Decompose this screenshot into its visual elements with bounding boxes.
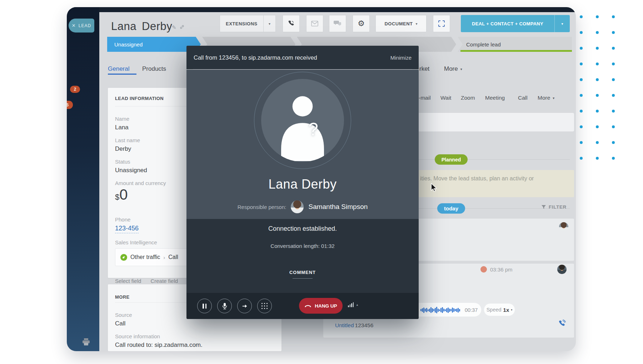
source-info-label: Source information	[115, 333, 274, 339]
microphone-icon	[222, 303, 228, 310]
decor-dot-pattern	[580, 15, 619, 165]
filter-button[interactable]: FILTER	[541, 204, 567, 210]
avatar	[557, 265, 567, 274]
mute-button[interactable]	[217, 299, 232, 313]
document-button[interactable]: DOCUMENT ▾	[375, 15, 427, 32]
keypad-icon	[261, 303, 268, 309]
chevron-down-icon: ▾	[553, 96, 554, 100]
signal-quality-indicator[interactable]: ▲	[348, 302, 359, 307]
responsible-label: Responsible person:	[238, 204, 286, 210]
copy-link-icon[interactable]	[179, 24, 185, 31]
unknown-caller-mark: ?	[308, 119, 318, 140]
responsible-avatar	[291, 200, 304, 213]
chat-button[interactable]	[329, 15, 346, 32]
dialpad-button[interactable]	[257, 299, 272, 313]
comment-label: COMMENT	[289, 270, 316, 275]
extensions-label: EXTENSIONS	[226, 21, 258, 26]
avatar-ring: ?	[254, 72, 351, 169]
document-label: DOCUMENT	[384, 21, 413, 26]
connection-status: Connection established.	[186, 219, 419, 233]
title-icons: ✎	[172, 24, 185, 31]
call-modal-title: Call from 123456, to sip.zadarma.com rec…	[194, 54, 317, 61]
transfer-button[interactable]	[237, 299, 252, 313]
entry-timestamp: 03:36 pm	[490, 266, 513, 273]
notification-badge: 6	[67, 101, 73, 109]
tab-fragment[interactable]: rket	[419, 65, 429, 73]
today-badge[interactable]: today	[437, 203, 465, 214]
lead-slider-tab[interactable]: ✕ LEAD	[69, 19, 94, 33]
tab-email-fragment[interactable]: -mail	[419, 95, 431, 101]
extensions-caret[interactable]: ▾	[263, 15, 275, 32]
call-controls: HANG UP ▲	[186, 293, 419, 319]
untitled-number: 123456	[355, 322, 374, 328]
source-value[interactable]: Call	[115, 320, 274, 327]
page: { "icons": { "close": "✕", "caret_down":…	[0, 0, 643, 364]
settings-gear-button[interactable]: ⚙	[353, 15, 370, 32]
call-modal-body: ? Lana Derby Responsible person: Samanth…	[186, 70, 419, 219]
tab-zoom[interactable]: Zoom	[461, 95, 475, 101]
comment-underline	[293, 278, 313, 279]
playback-speed-control[interactable]: Speed 1x ▾	[484, 303, 515, 316]
tab-more[interactable]: More ▾	[444, 65, 462, 73]
call-button[interactable]	[283, 15, 300, 32]
notice-text: ities. Move the lead status, plan an act…	[420, 175, 534, 182]
source-info-value[interactable]: Call routed to: sip.zadarma.com.	[115, 341, 274, 349]
lead-tab-label: LEAD	[79, 23, 91, 28]
planned-badge[interactable]: Planned	[435, 154, 468, 165]
call-modal: Call from 123456, to sip.zadarma.com rec…	[186, 46, 419, 319]
hold-button[interactable]	[197, 299, 212, 313]
breadcrumb-sep-icon: ›	[163, 254, 165, 260]
amount-number: 0	[119, 186, 128, 203]
call-direction-icon	[480, 266, 487, 273]
extensions-button[interactable]: EXTENSIONS ▾	[220, 15, 276, 32]
caller-name: Lana Derby	[186, 177, 419, 192]
responsible-name[interactable]: Samantha Simpson	[308, 203, 368, 211]
audio-waveform[interactable]	[420, 303, 460, 317]
notification-badge: 2	[70, 86, 80, 93]
call-modal-header: Call from 123456, to sip.zadarma.com rec…	[186, 46, 419, 69]
fullscreen-button[interactable]	[433, 15, 450, 32]
hangup-label: HANG UP	[315, 303, 337, 309]
funnel-icon	[541, 205, 546, 209]
tab-wait[interactable]: Wait	[440, 95, 451, 101]
divider	[193, 69, 412, 69]
deal-contact-company-button[interactable]: DEAL + CONTACT + COMPANY ▾	[461, 15, 570, 32]
caret-up-icon: ▲	[356, 303, 359, 306]
tab-call[interactable]: Call	[518, 95, 528, 101]
chevron-down-icon: ▾	[269, 22, 270, 26]
stage-label: Complete lead	[466, 41, 501, 48]
close-icon[interactable]: ✕	[72, 23, 76, 28]
pipeline-stage-complete-lead[interactable]: Complete lead	[458, 37, 572, 52]
window-top-bar	[67, 7, 576, 12]
conversation-length: Conversation length: 01:32	[186, 243, 419, 249]
edit-pencil-icon[interactable]: ✎	[172, 24, 176, 31]
audio-duration: 00:37	[465, 307, 478, 313]
chevron-down-icon: ▾	[561, 22, 563, 26]
hang-up-button[interactable]: HANG UP	[299, 298, 343, 314]
tab-general[interactable]: General	[108, 65, 129, 73]
tab-more-activity[interactable]: More ▾	[538, 95, 554, 101]
minimize-button[interactable]: Minimize	[390, 55, 412, 61]
phone-link[interactable]: 123-456	[115, 225, 139, 233]
traffic-source: Other traffic	[130, 254, 160, 260]
deal-button-label: DEAL + CONTACT + COMPANY	[461, 15, 554, 32]
printer-icon[interactable]	[82, 338, 90, 347]
gear-icon: ⚙	[358, 19, 365, 28]
tab-meeting[interactable]: Meeting	[485, 95, 505, 101]
hangup-phone-icon	[304, 304, 311, 308]
chevron-down-icon: ▾	[460, 67, 462, 71]
active-tab-underline	[108, 74, 136, 75]
comment-button[interactable]: COMMENT	[186, 269, 419, 279]
call-phone-icon[interactable]	[557, 319, 567, 330]
untitled-link[interactable]: Untitled	[335, 322, 354, 328]
email-button[interactable]	[306, 15, 323, 32]
page-title: Lana Derby	[111, 20, 172, 33]
person-silhouette-icon	[272, 90, 333, 161]
tab-products[interactable]: Products	[142, 65, 166, 73]
chevron-down-icon: ▾	[511, 308, 512, 311]
chevron-down-icon: ▾	[416, 22, 418, 26]
stage-complete-indicator	[460, 50, 572, 52]
tab-more-label: More	[538, 95, 550, 101]
deal-button-caret[interactable]: ▾	[554, 15, 570, 32]
traffic-source-icon	[120, 254, 127, 261]
